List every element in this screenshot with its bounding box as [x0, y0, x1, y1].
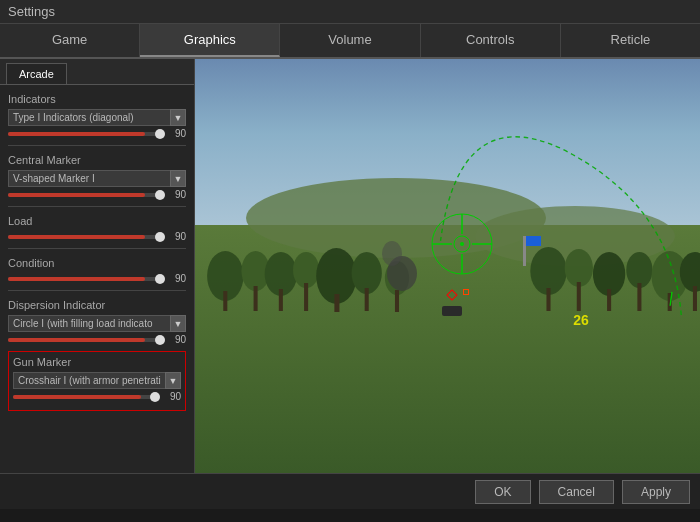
dispersion-dropdown-text[interactable]: Circle I (with filling load indicato [8, 315, 170, 332]
svg-point-32 [460, 242, 464, 246]
svg-rect-5 [279, 289, 283, 311]
load-slider-row: 90 [8, 231, 186, 242]
indicators-dropdown-container: Type I Indicators (diagonal) ▼ [8, 109, 186, 126]
condition-label: Condition [8, 257, 186, 269]
central-marker-dropdown-container: V-shaped Marker I ▼ [8, 170, 186, 187]
range-number: 26 [573, 312, 589, 328]
tab-graphics[interactable]: Graphics [140, 24, 280, 57]
apply-button[interactable]: Apply [622, 480, 690, 504]
condition-slider-row: 90 [8, 273, 186, 284]
load-slider-value: 90 [166, 231, 186, 242]
indicators-dropdown-btn[interactable]: ▼ [170, 109, 186, 126]
central-marker-slider-row: 90 [8, 189, 186, 200]
gun-marker-dropdown-container: Crosshair I (with armor penetrati ▼ [13, 372, 181, 389]
ok-button[interactable]: OK [475, 480, 530, 504]
window-title: Settings [8, 4, 55, 19]
left-panel: Arcade Indicators Type I Indicators (dia… [0, 59, 195, 473]
gun-marker-slider-track[interactable] [13, 395, 155, 399]
svg-rect-7 [304, 283, 308, 311]
condition-slider-value: 90 [166, 273, 186, 284]
central-marker-dropdown-text[interactable]: V-shaped Marker I [8, 170, 170, 187]
dispersion-slider-value: 90 [166, 334, 186, 345]
svg-rect-1 [223, 291, 227, 311]
indicators-dropdown-text[interactable]: Type I Indicators (diagonal) [8, 109, 170, 126]
indicators-slider-track[interactable] [8, 132, 160, 136]
main-content: Arcade Indicators Type I Indicators (dia… [0, 59, 700, 473]
svg-line-26 [670, 292, 672, 306]
central-marker-label: Central Marker [8, 154, 186, 166]
indicators-slider-row: 90 [8, 128, 186, 139]
dispersion-dropdown-btn[interactable]: ▼ [170, 315, 186, 332]
dispersion-slider-track[interactable] [8, 338, 160, 342]
cancel-button[interactable]: Cancel [539, 480, 614, 504]
condition-slider-track[interactable] [8, 277, 160, 281]
tab-volume[interactable]: Volume [280, 24, 420, 57]
indicators-label: Indicators [8, 93, 186, 105]
divider-1 [8, 145, 186, 146]
gun-marker-slider-row: 90 [13, 391, 181, 402]
crosshair-svg [422, 204, 502, 284]
dispersion-dropdown-container: Circle I (with filling load indicato ▼ [8, 315, 186, 332]
smoke-2 [382, 241, 402, 266]
svg-rect-13 [395, 290, 399, 312]
svg-rect-9 [334, 294, 339, 312]
settings-body: Indicators Type I Indicators (diagonal) … [0, 85, 194, 419]
gun-marker-dropdown-text[interactable]: Crosshair I (with armor penetrati [13, 372, 165, 389]
game-preview: 26 [195, 59, 700, 473]
load-label: Load [8, 215, 186, 227]
tab-game[interactable]: Game [0, 24, 140, 57]
tab-controls[interactable]: Controls [421, 24, 561, 57]
svg-rect-3 [254, 286, 258, 311]
central-marker-slider-track[interactable] [8, 193, 160, 197]
central-marker-slider-value: 90 [166, 189, 186, 200]
svg-rect-11 [365, 288, 369, 311]
gun-marker-section: Gun Marker Crosshair I (with armor penet… [8, 351, 186, 411]
indicators-slider-value: 90 [166, 128, 186, 139]
bottom-bar: OK Cancel Apply [0, 473, 700, 509]
target-marker-2 [463, 289, 469, 295]
central-marker-dropdown-btn[interactable]: ▼ [170, 170, 186, 187]
divider-4 [8, 290, 186, 291]
gun-marker-label: Gun Marker [13, 356, 181, 368]
dispersion-slider-row: 90 [8, 334, 186, 345]
sub-tab-bar: Arcade [0, 59, 194, 85]
sub-tab-arcade[interactable]: Arcade [6, 63, 67, 84]
svg-point-6 [293, 252, 319, 288]
tab-bar: Game Graphics Volume Controls Reticle [0, 24, 700, 59]
tab-reticle[interactable]: Reticle [561, 24, 700, 57]
svg-point-10 [352, 252, 382, 294]
divider-3 [8, 248, 186, 249]
title-bar: Settings [0, 0, 700, 24]
gun-marker-slider-value: 90 [161, 391, 181, 402]
game-scene: 26 [195, 59, 700, 473]
dispersion-label: Dispersion Indicator [8, 299, 186, 311]
load-slider-track[interactable] [8, 235, 160, 239]
divider-2 [8, 206, 186, 207]
gun-marker-dropdown-btn[interactable]: ▼ [165, 372, 181, 389]
